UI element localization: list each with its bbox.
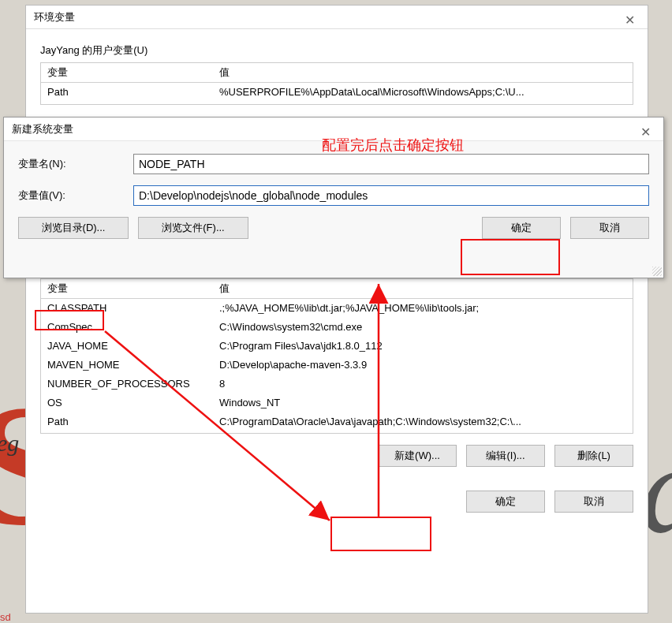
user-variables-rows[interactable]: Path %USERPROFILE%\AppData\Local\Microso… xyxy=(41,83,633,102)
new-system-variable-dialog: 新建系统变量 ✕ 变量名(N): 变量值(V): 浏览目录(D)... 浏览文件… xyxy=(3,117,664,278)
cell-variable: Path xyxy=(41,412,213,431)
cell-value: C:\Program Files\Java\jdk1.8.0_112 xyxy=(213,337,633,356)
system-variables-buttons: 新建(W)... 编辑(I)... 删除(L) xyxy=(40,445,633,467)
cell-value: 8 xyxy=(213,375,633,394)
dialog-buttons: 确定 取消 xyxy=(40,491,633,513)
column-header-value[interactable]: 值 xyxy=(213,63,633,82)
sys-del-button[interactable]: 删除(L) xyxy=(554,445,633,467)
table-row[interactable]: CLASSPATH.;%JAVA_HOME%\lib\dt.jar;%JAVA_… xyxy=(41,299,633,318)
ok-button[interactable]: 确定 xyxy=(466,491,545,513)
cell-value: C:\Windows\system32\cmd.exe xyxy=(213,318,633,337)
sys-new-button[interactable]: 新建(W)... xyxy=(378,445,457,467)
environment-variables-dialog: 环境变量 ✕ JayYang 的用户变量(U) 变量 值 Path %USERP… xyxy=(25,5,648,614)
table-row[interactable]: Path %USERPROFILE%\AppData\Local\Microso… xyxy=(41,83,633,102)
variable-name-label: 变量名(N): xyxy=(18,157,133,171)
column-header-variable[interactable]: 变量 xyxy=(41,279,213,298)
table-row[interactable]: PATHEXT.COM;.EXE;.BAT;.CMD;.VBS;.VBE;.JS… xyxy=(41,431,633,433)
browse-file-button[interactable]: 浏览文件(F)... xyxy=(138,217,248,239)
sys-edit-button[interactable]: 编辑(I)... xyxy=(466,445,545,467)
cell-variable: JAVA_HOME xyxy=(41,337,213,356)
cell-variable: NUMBER_OF_PROCESSORS xyxy=(41,375,213,394)
user-variables-label: JayYang 的用户变量(U) xyxy=(40,43,633,58)
system-variables-table: 变量 值 CLASSPATH.;%JAVA_HOME%\lib\dt.jar;%… xyxy=(40,278,633,434)
cell-value: .COM;.EXE;.BAT;.CMD;.VBS;.VBE;.JS;.JSE;.… xyxy=(213,431,633,433)
cell-value: %USERPROFILE%\AppData\Local\Microsoft\Wi… xyxy=(213,83,633,102)
browse-directory-button[interactable]: 浏览目录(D)... xyxy=(18,217,129,239)
table-row[interactable]: NUMBER_OF_PROCESSORS8 xyxy=(41,375,633,394)
column-header-variable[interactable]: 变量 xyxy=(41,63,213,82)
ok-button[interactable]: 确定 xyxy=(482,217,561,239)
user-variables-table: 变量 值 Path %USERPROFILE%\AppData\Local\Mi… xyxy=(40,62,633,105)
cancel-button[interactable]: 取消 xyxy=(554,491,633,513)
cell-variable: MAVEN_HOME xyxy=(41,356,213,375)
variable-value-input[interactable] xyxy=(133,185,649,206)
table-row[interactable]: PathC:\ProgramData\Oracle\Java\javapath;… xyxy=(41,412,633,431)
new-dialog-title: 新建系统变量 xyxy=(12,123,73,135)
table-row[interactable]: MAVEN_HOMED:\Develop\apache-maven-3.3.9 xyxy=(41,356,633,375)
cell-value: D:\Develop\apache-maven-3.3.9 xyxy=(213,356,633,375)
cell-value: Windows_NT xyxy=(213,394,633,412)
cell-variable: PATHEXT xyxy=(41,431,213,433)
env-dialog-title: 环境变量 xyxy=(34,11,75,23)
new-dialog-titlebar[interactable]: 新建系统变量 ✕ xyxy=(4,118,663,141)
env-dialog-titlebar[interactable]: 环境变量 ✕ xyxy=(26,6,648,29)
cell-variable: Path xyxy=(41,83,213,102)
corner-text-sd: sd xyxy=(0,611,11,623)
background-letters-eg: eg xyxy=(0,430,19,457)
cell-variable: ComSpec xyxy=(41,318,213,337)
resize-grip-icon[interactable] xyxy=(652,267,662,276)
system-variables-rows[interactable]: CLASSPATH.;%JAVA_HOME%\lib\dt.jar;%JAVA_… xyxy=(41,299,633,433)
table-row[interactable]: OSWindows_NT xyxy=(41,394,633,412)
variable-name-input[interactable] xyxy=(133,154,649,174)
cell-value: .;%JAVA_HOME%\lib\dt.jar;%JAVA_HOME%\lib… xyxy=(213,299,633,318)
cell-variable: OS xyxy=(41,394,213,412)
cancel-button[interactable]: 取消 xyxy=(570,217,649,239)
column-header-value[interactable]: 值 xyxy=(213,279,633,298)
variable-value-label: 变量值(V): xyxy=(18,188,133,203)
table-row[interactable]: JAVA_HOMEC:\Program Files\Java\jdk1.8.0_… xyxy=(41,337,633,356)
cell-value: C:\ProgramData\Oracle\Java\javapath;C:\W… xyxy=(213,412,633,431)
cell-variable: CLASSPATH xyxy=(41,299,213,318)
close-icon[interactable]: ✕ xyxy=(617,7,643,34)
close-icon[interactable]: ✕ xyxy=(633,119,659,146)
table-row[interactable]: ComSpecC:\Windows\system32\cmd.exe xyxy=(41,318,633,337)
